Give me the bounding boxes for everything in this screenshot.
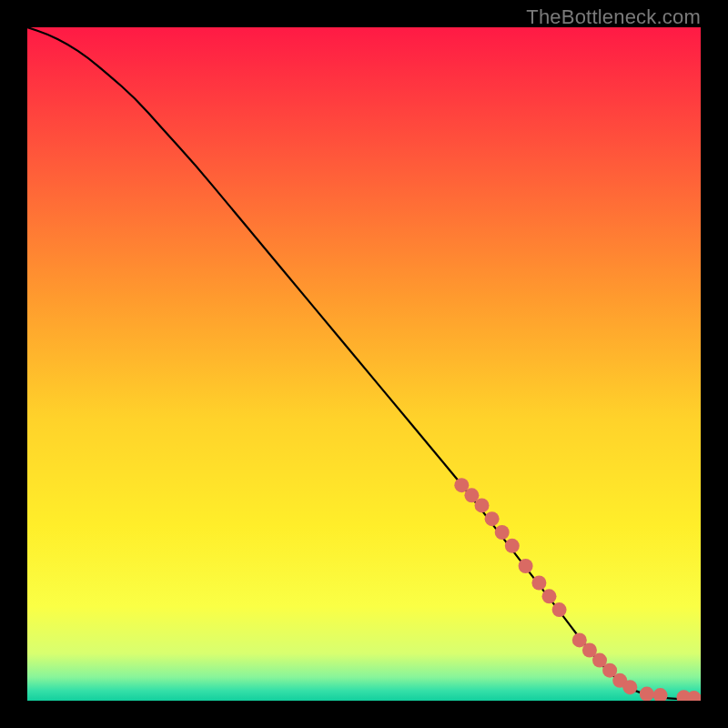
highlight-marker bbox=[552, 602, 567, 617]
highlight-marker bbox=[653, 688, 668, 701]
chart-overlay bbox=[27, 27, 701, 701]
highlight-marker bbox=[475, 498, 490, 512]
highlight-marker bbox=[485, 511, 500, 526]
bottleneck-curve-line bbox=[27, 27, 701, 700]
highlight-markers bbox=[454, 478, 701, 701]
highlight-marker bbox=[640, 687, 654, 701]
highlight-marker bbox=[531, 576, 546, 591]
highlight-marker bbox=[495, 525, 510, 540]
highlight-marker bbox=[622, 680, 637, 694]
watermark-text: TheBottleneck.com bbox=[526, 5, 701, 29]
highlight-marker bbox=[519, 559, 533, 573]
highlight-marker bbox=[542, 589, 557, 603]
plot-area bbox=[27, 27, 701, 701]
highlight-marker bbox=[505, 539, 520, 553]
chart-stage: TheBottleneck.com bbox=[0, 0, 728, 728]
